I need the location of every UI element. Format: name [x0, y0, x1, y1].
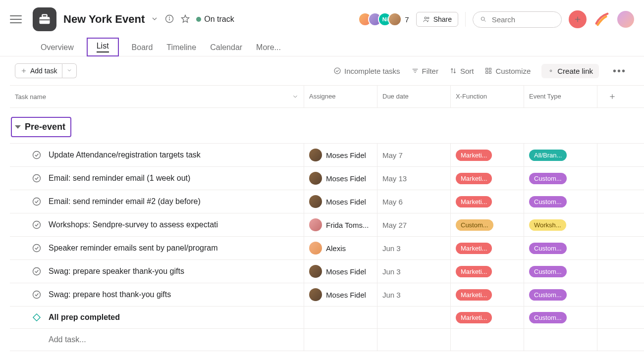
- column-event-type[interactable]: Event Type: [524, 86, 597, 107]
- table-row[interactable]: Swag: prepare host thank-you giftsMoses …: [10, 283, 644, 307]
- tab-calendar[interactable]: Calendar: [209, 39, 243, 56]
- filter-icon: [411, 67, 419, 75]
- more-actions-button[interactable]: •••: [610, 65, 629, 77]
- assignee-cell[interactable]: Moses Fidel: [304, 283, 377, 306]
- add-task-cell[interactable]: Add task...: [10, 329, 304, 351]
- search-input[interactable]: [491, 15, 554, 24]
- x-function-cell[interactable]: Marketi...: [451, 190, 524, 213]
- assignee-cell[interactable]: Moses Fidel: [304, 144, 377, 166]
- due-date-cell[interactable]: May 27: [377, 213, 451, 236]
- complete-checkbox[interactable]: [32, 243, 42, 253]
- complete-checkbox[interactable]: [32, 220, 42, 230]
- project-info-button[interactable]: [164, 14, 174, 25]
- assignee-cell[interactable]: Moses Fidel: [304, 260, 377, 283]
- task-name-cell[interactable]: Update Attendance/registration targets t…: [10, 144, 304, 166]
- search-field[interactable]: [473, 11, 562, 28]
- x-function-cell[interactable]: Marketi...: [451, 283, 524, 306]
- table-row[interactable]: Email: send reminder email #2 (day befor…: [10, 190, 644, 213]
- due-date-cell[interactable]: May 13: [377, 167, 451, 190]
- tab-list[interactable]: List: [87, 38, 119, 56]
- due-date-cell[interactable]: Jun 3: [377, 237, 451, 259]
- favorite-button[interactable]: [180, 14, 190, 25]
- x-function-cell[interactable]: Custom...: [451, 213, 524, 236]
- due-date-cell[interactable]: May 6: [377, 190, 451, 213]
- add-column-button[interactable]: [597, 86, 627, 107]
- add-task-button[interactable]: Add task: [15, 63, 62, 78]
- task-name-cell[interactable]: Swag: prepare host thank-you gifts: [10, 283, 304, 306]
- column-due-date[interactable]: Due date: [377, 86, 451, 107]
- event-type-cell[interactable]: Custom...: [524, 167, 597, 190]
- event-type-cell[interactable]: Custom...: [524, 307, 597, 328]
- assignee-name: Moses Fidel: [326, 151, 366, 159]
- create-link-button[interactable]: Create link: [541, 64, 599, 78]
- due-date: May 27: [382, 221, 407, 229]
- section-header[interactable]: Pre-event: [11, 117, 71, 137]
- global-add-button[interactable]: [569, 10, 587, 28]
- table-row[interactable]: Email: send reminder email (1 week out)M…: [10, 167, 644, 190]
- filter-button[interactable]: Filter: [411, 67, 438, 75]
- project-menu-chevron[interactable]: [151, 15, 159, 24]
- assignee-cell[interactable]: Moses Fidel: [304, 190, 377, 213]
- x-function-cell[interactable]: Marketi...: [451, 237, 524, 259]
- milestone-icon[interactable]: [32, 312, 42, 322]
- x-function-cell[interactable]: Marketi...: [451, 144, 524, 166]
- table-row[interactable]: Swag: prepare speaker thank-you giftsMos…: [10, 260, 644, 283]
- column-x-function[interactable]: X-Function: [451, 86, 524, 107]
- assignee-cell[interactable]: Moses Fidel: [304, 167, 377, 190]
- due-date-cell[interactable]: [377, 307, 451, 328]
- section-title: Pre-event: [25, 122, 65, 132]
- task-name-cell[interactable]: All prep completed: [10, 307, 304, 328]
- menu-toggle-button[interactable]: [10, 11, 26, 27]
- assignee-cell[interactable]: Frida Toms...: [304, 213, 377, 236]
- tab-overview[interactable]: Overview: [40, 39, 75, 56]
- due-date-cell[interactable]: Jun 3: [377, 260, 451, 283]
- assignee-cell[interactable]: Alexis: [304, 237, 377, 259]
- column-task-name[interactable]: Task name: [10, 86, 304, 107]
- svg-point-8: [427, 17, 429, 19]
- complete-checkbox[interactable]: [32, 290, 42, 300]
- tab-board[interactable]: Board: [131, 39, 154, 56]
- upgrade-icon[interactable]: [593, 11, 610, 28]
- sort-button[interactable]: Sort: [449, 67, 474, 75]
- tab-timeline[interactable]: Timeline: [165, 39, 197, 56]
- due-date-cell[interactable]: Jun 3: [377, 283, 451, 306]
- table-row[interactable]: All prep completedMarketi...Custom...: [10, 307, 644, 329]
- event-type-cell[interactable]: Custom...: [524, 237, 597, 259]
- member-avatars[interactable]: Ni 7: [362, 12, 409, 26]
- complete-checkbox[interactable]: [32, 266, 42, 276]
- share-label: Share: [433, 15, 452, 23]
- due-date: Jun 3: [382, 244, 401, 253]
- task-name-cell[interactable]: Speaker reminder emails sent by panel/pr…: [10, 237, 304, 259]
- add-task-dropdown[interactable]: [62, 63, 77, 78]
- add-task-row[interactable]: Add task...: [10, 329, 644, 351]
- assignee-cell[interactable]: [304, 307, 377, 328]
- task-name-cell[interactable]: Swag: prepare speaker thank-you gifts: [10, 260, 304, 283]
- due-date-cell[interactable]: May 7: [377, 144, 451, 166]
- profile-avatar[interactable]: [617, 11, 634, 28]
- share-button[interactable]: Share: [416, 12, 458, 27]
- task-name-cell[interactable]: Email: send reminder email (1 week out): [10, 167, 304, 190]
- x-function-tag: Marketi...: [456, 150, 492, 161]
- event-type-cell[interactable]: Custom...: [524, 260, 597, 283]
- complete-checkbox[interactable]: [32, 197, 42, 206]
- x-function-cell[interactable]: Marketi...: [451, 307, 524, 328]
- status-pill[interactable]: On track: [196, 15, 234, 24]
- event-type-cell[interactable]: Worksh...: [524, 213, 597, 236]
- tab-more[interactable]: More...: [255, 39, 282, 56]
- customize-button[interactable]: Customize: [484, 67, 531, 75]
- column-assignee[interactable]: Assignee: [304, 86, 377, 107]
- table-row[interactable]: Workshops: Sendpre-survey to assess expe…: [10, 213, 644, 237]
- x-function-cell[interactable]: Marketi...: [451, 260, 524, 283]
- incomplete-tasks-filter[interactable]: Incomplete tasks: [333, 67, 400, 75]
- task-name-cell[interactable]: Workshops: Sendpre-survey to assess expe…: [10, 213, 304, 236]
- task-name-cell[interactable]: Email: send reminder email #2 (day befor…: [10, 190, 304, 213]
- x-function-cell[interactable]: Marketi...: [451, 167, 524, 190]
- table-row[interactable]: Speaker reminder emails sent by panel/pr…: [10, 237, 644, 260]
- event-type-cell[interactable]: Custom...: [524, 283, 597, 306]
- event-type-cell[interactable]: All/Bran...: [524, 144, 597, 166]
- member-avatar: [388, 12, 402, 26]
- event-type-cell[interactable]: Custom...: [524, 190, 597, 213]
- complete-checkbox[interactable]: [32, 150, 42, 160]
- complete-checkbox[interactable]: [32, 173, 42, 183]
- table-row[interactable]: Update Attendance/registration targets t…: [10, 143, 644, 167]
